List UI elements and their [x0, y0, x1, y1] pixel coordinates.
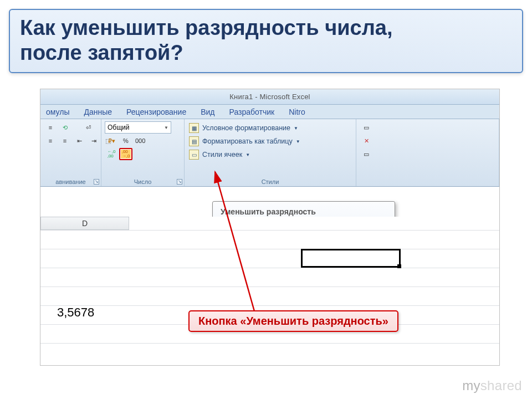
group-label-alignment: авнивание: [40, 178, 101, 185]
slide-title-box: Как уменьшить разрядность числа, после з…: [9, 9, 523, 73]
ribbon-tab[interactable]: Вид: [201, 108, 214, 119]
group-alignment: ≡ ⟲ ⏎ ≡ ≡ ⇤ ⇥ ⬚ авнивание ↘: [40, 119, 101, 186]
ribbon-tab[interactable]: Разработчик: [229, 108, 275, 119]
ribbon-tab[interactable]: Nitro: [289, 108, 305, 119]
format-as-table-button[interactable]: ▤ Форматировать как таблицу ▼: [188, 135, 352, 148]
wrap-text-button[interactable]: ⏎: [81, 121, 95, 134]
chevron-down-icon: ▼: [164, 125, 168, 130]
percent-style-button[interactable]: %: [119, 135, 132, 147]
comma-style-button[interactable]: 000: [134, 135, 147, 147]
cell-value[interactable]: 3,5678: [57, 305, 94, 320]
insert-cells-button[interactable]: ▭: [360, 121, 373, 134]
watermark-part2: shared: [480, 378, 522, 393]
app-title: Книга1 - Microsoft Excel: [229, 93, 310, 101]
decrease-indent-button[interactable]: ⇤: [73, 135, 86, 147]
format-cells-button[interactable]: ▭: [360, 148, 373, 160]
accounting-format-button[interactable]: ₽▾: [105, 135, 118, 147]
ribbon-tab[interactable]: Данные: [84, 108, 112, 119]
callout-text: Кнопка «Уменьшить разрядность»: [198, 315, 388, 327]
format-as-table-icon: ▤: [189, 136, 199, 146]
decrease-decimal-button[interactable]: ,00→,0: [119, 148, 132, 160]
tooltip-title: Уменьшить разрядность: [221, 207, 387, 216]
ribbon-tab[interactable]: омулы: [46, 108, 70, 119]
cell-styles-icon: ▭: [189, 150, 199, 160]
increase-decimal-button[interactable]: ←,0,00: [105, 148, 118, 160]
watermark-part1: my: [462, 378, 480, 393]
group-label-styles: Стили: [185, 178, 356, 185]
orientation-button[interactable]: ⟲: [58, 121, 71, 134]
chevron-down-icon: ▼: [296, 139, 300, 144]
conditional-formatting-button[interactable]: ▦ Условное форматирование ▼: [188, 121, 352, 135]
cell-styles-button[interactable]: ▭ Стили ячеек ▼: [188, 148, 352, 161]
callout-label: Кнопка «Уменьшить разрядность»: [188, 310, 398, 332]
column-header-label: D: [82, 219, 88, 228]
title-line-2: после запятой?: [20, 41, 183, 64]
slide-title: Как уменьшить разрядность числа, после з…: [20, 16, 512, 65]
chevron-down-icon: ▼: [245, 152, 250, 157]
ribbon-tabs: омулы Данные Рецензирование Вид Разработ…: [40, 105, 499, 119]
ribbon: ≡ ⟲ ⏎ ≡ ≡ ⇤ ⇥ ⬚ авнивание ↘ Общий ▼: [40, 119, 499, 187]
watermark: myshared: [462, 378, 522, 393]
align-top-button[interactable]: ≡: [44, 121, 57, 134]
conditional-formatting-icon: ▦: [189, 123, 199, 133]
increase-indent-button[interactable]: ⇥: [87, 135, 100, 147]
group-label-number: Число: [101, 178, 184, 185]
chevron-down-icon: ▼: [294, 126, 298, 131]
title-line-1: Как уменьшить разрядность числа,: [20, 16, 393, 39]
selected-cell[interactable]: [301, 249, 401, 268]
worksheet-grid[interactable]: D 3,5678: [40, 217, 499, 365]
number-format-combo[interactable]: Общий ▼: [105, 121, 171, 134]
alignment-dialog-launcher[interactable]: ↘: [94, 179, 99, 185]
group-cells: ▭ ✕ ▭: [356, 119, 499, 186]
number-dialog-launcher[interactable]: ↘: [177, 179, 182, 185]
align-left-button[interactable]: ≡: [44, 135, 57, 147]
delete-cells-button[interactable]: ✕: [360, 135, 373, 147]
group-number: Общий ▼ ₽▾ % 000 ←,0,00 ,00→,0 Число ↘: [101, 119, 185, 186]
align-center-button[interactable]: ≡: [58, 135, 71, 147]
window-titlebar: Книга1 - Microsoft Excel: [40, 89, 499, 105]
number-format-selected: Общий: [108, 124, 130, 131]
ribbon-tab[interactable]: Рецензирование: [126, 108, 186, 119]
column-header[interactable]: D: [40, 217, 129, 230]
group-styles: ▦ Условное форматирование ▼ ▤ Форматиров…: [185, 119, 356, 186]
